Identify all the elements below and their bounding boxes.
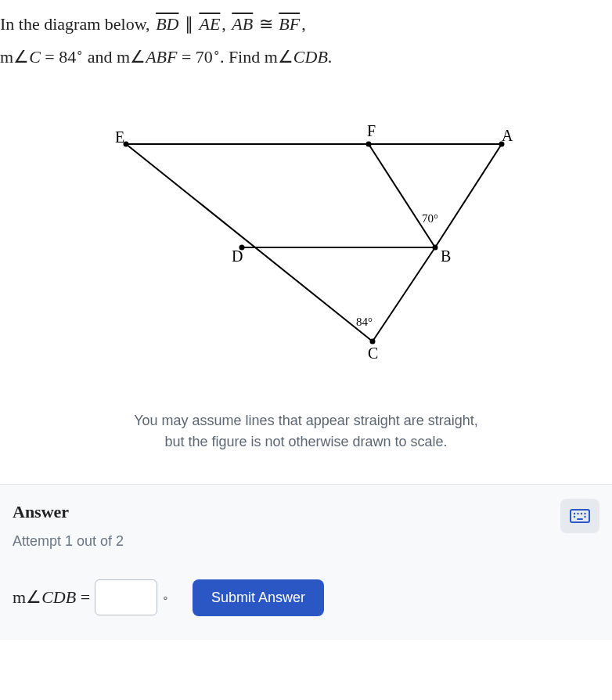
answer-input[interactable] [95,579,157,615]
segment-ae: AE [197,14,221,34]
svg-point-14 [577,513,578,514]
label-f: F [367,122,376,139]
svg-point-11 [370,338,376,344]
attempt-counter: Attempt 1 out of 2 [13,533,599,550]
svg-point-18 [584,516,585,518]
label-e: E [115,128,124,146]
geometry-diagram: E F A D B C 70° 84° [87,113,525,371]
svg-point-17 [574,516,575,518]
segment-bd: BD [154,14,180,34]
svg-point-13 [574,513,575,514]
answer-row: m∠CDB = ∘ Submit Answer [13,579,599,616]
svg-rect-19 [577,518,583,520]
label-a: A [502,127,513,144]
label-b: B [441,247,451,265]
svg-line-4 [435,144,502,247]
segment-bf: BF [277,14,301,34]
svg-point-15 [581,513,582,514]
svg-line-3 [373,247,435,341]
question-intro: In the diagram below, [0,14,154,34]
label-d: D [232,247,243,265]
diagram-container: E F A D B C 70° 84° You may assume lines… [0,89,612,484]
svg-point-16 [584,513,585,514]
svg-line-2 [126,144,373,341]
svg-point-7 [366,141,372,146]
angle-84: 84° [356,316,373,328]
scale-note: You may assume lines that appear straigh… [134,410,478,453]
degree-unit: ∘ [162,591,169,604]
svg-point-10 [433,244,438,250]
angle-70: 70° [422,212,438,225]
keyboard-icon [570,509,590,523]
answer-label: m∠CDB = [13,587,90,608]
label-c: C [368,345,378,362]
svg-rect-12 [571,510,589,522]
answer-title: Answer [13,502,599,522]
submit-button[interactable]: Submit Answer [193,579,324,616]
question-text: In the diagram below, BD ∥ AE, AB ≅ BF, … [0,0,612,89]
svg-line-5 [369,144,435,247]
answer-section: Answer Attempt 1 out of 2 m∠CDB = ∘ Subm… [0,484,612,640]
segment-ab: AB [230,14,254,34]
keyboard-button[interactable] [560,499,599,533]
